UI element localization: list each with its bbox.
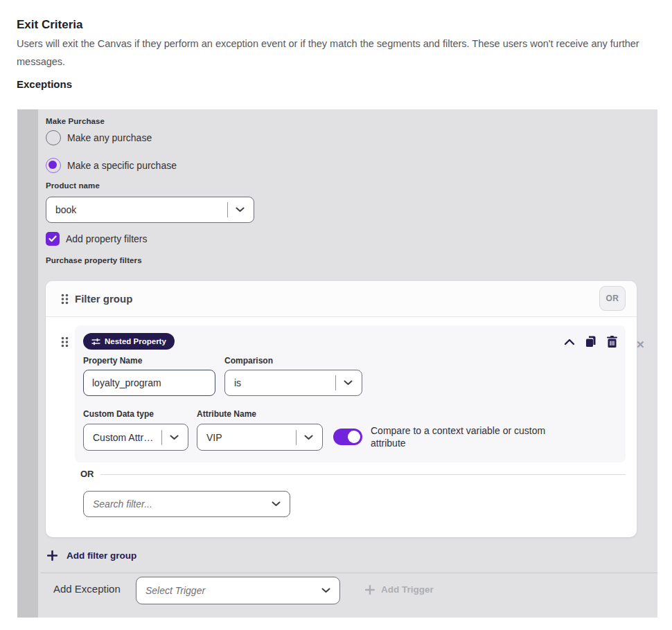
or-connector-label: OR: [80, 469, 94, 479]
custom-data-type-select-value: Custom Attr…: [93, 432, 161, 443]
compare-context-variable-toggle[interactable]: [333, 429, 362, 445]
chevron-down-icon: [272, 501, 281, 507]
chevron-down-icon: [344, 380, 353, 386]
add-trigger-label: Add Trigger: [381, 584, 434, 595]
nested-property-panel: Nested Property Property Name Co: [75, 325, 626, 462]
filter-group-header: Filter group OR: [46, 281, 637, 317]
drag-handle-icon[interactable]: [61, 294, 69, 305]
toggle-knob: [348, 431, 360, 443]
remove-exception-icon[interactable]: ✕: [636, 339, 645, 351]
property-name-label: Property Name: [83, 356, 142, 366]
add-property-filters-label[interactable]: Add property filters: [66, 233, 148, 244]
custom-data-type-select[interactable]: Custom Attr…: [83, 424, 188, 451]
filter-group-card: Filter group OR Nested Property: [46, 281, 637, 537]
property-name-input[interactable]: loyalty_program: [83, 370, 215, 396]
nested-drag-handle-icon[interactable]: [61, 336, 69, 348]
search-filter-placeholder: Search filter...: [93, 498, 272, 510]
attribute-name-select[interactable]: VIP: [197, 424, 323, 451]
nested-property-badge: Nested Property: [83, 333, 175, 350]
chevron-down-icon: [170, 435, 179, 440]
exceptions-heading: Exceptions: [17, 78, 72, 90]
product-name-select[interactable]: book: [46, 197, 254, 223]
radio-make-any-purchase-label[interactable]: Make any purchase: [67, 132, 152, 143]
add-filter-group-label: Add filter group: [67, 550, 136, 561]
comparison-label: Comparison: [224, 356, 273, 366]
comparison-select[interactable]: is: [224, 370, 362, 396]
product-name-select-value: book: [55, 204, 227, 215]
select-divider: [161, 430, 162, 445]
check-icon: [48, 235, 57, 242]
radio-make-specific-purchase[interactable]: [46, 158, 61, 173]
page-description: Users will exit the Canvas if they perfo…: [17, 35, 657, 71]
search-filter-select[interactable]: Search filter...: [83, 491, 290, 517]
attribute-name-label: Attribute Name: [197, 409, 256, 419]
or-connector-line: [100, 474, 626, 475]
add-filter-group-button[interactable]: Add filter group: [47, 550, 136, 561]
select-divider: [296, 430, 297, 445]
add-trigger-button[interactable]: Add Trigger: [365, 584, 434, 595]
select-trigger-placeholder: Select Trigger: [145, 585, 321, 596]
radio-make-any-purchase[interactable]: [46, 130, 61, 145]
select-divider: [227, 202, 228, 217]
filter-group-or-badge[interactable]: OR: [599, 286, 626, 311]
duplicate-icon[interactable]: [585, 336, 596, 348]
radio-make-specific-purchase-label[interactable]: Make a specific purchase: [67, 160, 177, 171]
purchase-property-filters-label: Purchase property filters: [46, 256, 142, 264]
collapse-chevron-up-icon[interactable]: [564, 339, 575, 345]
chevron-down-icon: [321, 588, 330, 593]
plus-icon: [365, 585, 375, 595]
add-exception-label: Add Exception: [53, 583, 121, 595]
compare-context-variable-label: Compare to a context variable or custom …: [371, 424, 568, 449]
exception-left-strip: [17, 109, 38, 618]
comparison-select-value: is: [234, 377, 335, 388]
event-label: Make Purchase: [46, 117, 105, 125]
attribute-name-select-value: VIP: [206, 432, 296, 443]
chevron-down-icon: [304, 435, 313, 440]
custom-data-type-label: Custom Data type: [83, 409, 154, 419]
add-property-filters-checkbox[interactable]: [46, 232, 60, 246]
page-title: Exit Criteria: [17, 18, 82, 32]
select-trigger-dropdown[interactable]: Select Trigger: [136, 577, 340, 604]
select-divider: [335, 375, 336, 390]
trash-icon[interactable]: [607, 336, 617, 348]
plus-icon: [47, 550, 58, 561]
sliders-icon: [91, 338, 100, 345]
property-name-input-value: loyalty_program: [92, 377, 161, 388]
nested-property-badge-label: Nested Property: [105, 337, 166, 345]
footer-divider: [40, 573, 657, 573]
chevron-down-icon: [236, 207, 245, 213]
filter-group-title: Filter group: [75, 293, 132, 305]
product-name-label: Product name: [46, 181, 100, 190]
exception-panel: Make Purchase Make any purchase Make a s…: [17, 109, 657, 618]
